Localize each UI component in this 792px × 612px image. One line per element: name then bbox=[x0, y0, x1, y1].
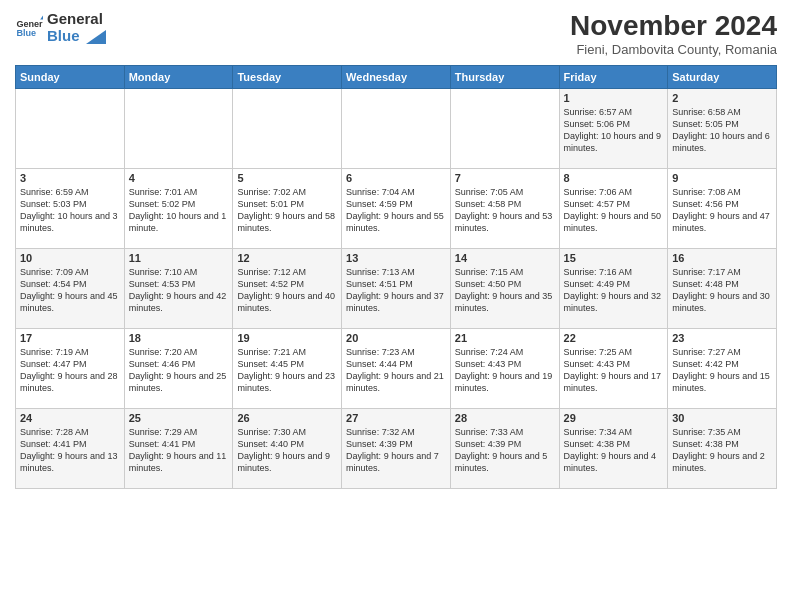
calendar-cell: 11Sunrise: 7:10 AM Sunset: 4:53 PM Dayli… bbox=[124, 249, 233, 329]
calendar-cell: 2Sunrise: 6:58 AM Sunset: 5:05 PM Daylig… bbox=[668, 89, 777, 169]
day-number: 22 bbox=[564, 332, 664, 344]
day-info: Sunrise: 7:19 AM Sunset: 4:47 PM Dayligh… bbox=[20, 346, 120, 395]
day-number: 15 bbox=[564, 252, 664, 264]
day-info: Sunrise: 7:01 AM Sunset: 5:02 PM Dayligh… bbox=[129, 186, 229, 235]
logo-general-text: General bbox=[47, 10, 103, 27]
day-number: 1 bbox=[564, 92, 664, 104]
day-info: Sunrise: 7:35 AM Sunset: 4:38 PM Dayligh… bbox=[672, 426, 772, 475]
calendar-cell: 8Sunrise: 7:06 AM Sunset: 4:57 PM Daylig… bbox=[559, 169, 668, 249]
day-number: 11 bbox=[129, 252, 229, 264]
day-info: Sunrise: 7:13 AM Sunset: 4:51 PM Dayligh… bbox=[346, 266, 446, 315]
calendar-cell: 1Sunrise: 6:57 AM Sunset: 5:06 PM Daylig… bbox=[559, 89, 668, 169]
day-info: Sunrise: 7:25 AM Sunset: 4:43 PM Dayligh… bbox=[564, 346, 664, 395]
day-info: Sunrise: 7:32 AM Sunset: 4:39 PM Dayligh… bbox=[346, 426, 446, 475]
day-info: Sunrise: 7:12 AM Sunset: 4:52 PM Dayligh… bbox=[237, 266, 337, 315]
calendar-cell: 20Sunrise: 7:23 AM Sunset: 4:44 PM Dayli… bbox=[342, 329, 451, 409]
day-info: Sunrise: 7:08 AM Sunset: 4:56 PM Dayligh… bbox=[672, 186, 772, 235]
day-info: Sunrise: 7:15 AM Sunset: 4:50 PM Dayligh… bbox=[455, 266, 555, 315]
day-number: 17 bbox=[20, 332, 120, 344]
logo-blue-text: Blue bbox=[47, 27, 80, 44]
calendar-header-row: Sunday Monday Tuesday Wednesday Thursday… bbox=[16, 66, 777, 89]
calendar-cell: 12Sunrise: 7:12 AM Sunset: 4:52 PM Dayli… bbox=[233, 249, 342, 329]
calendar-cell: 29Sunrise: 7:34 AM Sunset: 4:38 PM Dayli… bbox=[559, 409, 668, 489]
header-friday: Friday bbox=[559, 66, 668, 89]
day-number: 20 bbox=[346, 332, 446, 344]
day-number: 12 bbox=[237, 252, 337, 264]
calendar-week-2: 3Sunrise: 6:59 AM Sunset: 5:03 PM Daylig… bbox=[16, 169, 777, 249]
calendar-cell: 30Sunrise: 7:35 AM Sunset: 4:38 PM Dayli… bbox=[668, 409, 777, 489]
calendar-cell: 28Sunrise: 7:33 AM Sunset: 4:39 PM Dayli… bbox=[450, 409, 559, 489]
day-number: 21 bbox=[455, 332, 555, 344]
calendar-cell: 25Sunrise: 7:29 AM Sunset: 4:41 PM Dayli… bbox=[124, 409, 233, 489]
calendar-week-5: 24Sunrise: 7:28 AM Sunset: 4:41 PM Dayli… bbox=[16, 409, 777, 489]
day-info: Sunrise: 7:02 AM Sunset: 5:01 PM Dayligh… bbox=[237, 186, 337, 235]
day-number: 4 bbox=[129, 172, 229, 184]
day-number: 29 bbox=[564, 412, 664, 424]
day-number: 18 bbox=[129, 332, 229, 344]
day-info: Sunrise: 6:59 AM Sunset: 5:03 PM Dayligh… bbox=[20, 186, 120, 235]
day-info: Sunrise: 7:20 AM Sunset: 4:46 PM Dayligh… bbox=[129, 346, 229, 395]
day-info: Sunrise: 6:57 AM Sunset: 5:06 PM Dayligh… bbox=[564, 106, 664, 155]
calendar-cell bbox=[16, 89, 125, 169]
calendar-cell: 23Sunrise: 7:27 AM Sunset: 4:42 PM Dayli… bbox=[668, 329, 777, 409]
calendar-table: Sunday Monday Tuesday Wednesday Thursday… bbox=[15, 65, 777, 489]
calendar-cell: 14Sunrise: 7:15 AM Sunset: 4:50 PM Dayli… bbox=[450, 249, 559, 329]
day-number: 7 bbox=[455, 172, 555, 184]
calendar-cell: 26Sunrise: 7:30 AM Sunset: 4:40 PM Dayli… bbox=[233, 409, 342, 489]
day-info: Sunrise: 7:29 AM Sunset: 4:41 PM Dayligh… bbox=[129, 426, 229, 475]
calendar-cell: 10Sunrise: 7:09 AM Sunset: 4:54 PM Dayli… bbox=[16, 249, 125, 329]
day-number: 28 bbox=[455, 412, 555, 424]
calendar-cell: 19Sunrise: 7:21 AM Sunset: 4:45 PM Dayli… bbox=[233, 329, 342, 409]
day-info: Sunrise: 7:27 AM Sunset: 4:42 PM Dayligh… bbox=[672, 346, 772, 395]
day-number: 6 bbox=[346, 172, 446, 184]
day-info: Sunrise: 7:05 AM Sunset: 4:58 PM Dayligh… bbox=[455, 186, 555, 235]
calendar-cell bbox=[450, 89, 559, 169]
svg-marker-3 bbox=[86, 30, 106, 44]
day-number: 5 bbox=[237, 172, 337, 184]
day-number: 19 bbox=[237, 332, 337, 344]
day-number: 8 bbox=[564, 172, 664, 184]
svg-text:General: General bbox=[16, 18, 43, 28]
page-header: General Blue General Blue November 2024 … bbox=[15, 10, 777, 57]
calendar-cell: 17Sunrise: 7:19 AM Sunset: 4:47 PM Dayli… bbox=[16, 329, 125, 409]
day-info: Sunrise: 7:24 AM Sunset: 4:43 PM Dayligh… bbox=[455, 346, 555, 395]
day-info: Sunrise: 7:04 AM Sunset: 4:59 PM Dayligh… bbox=[346, 186, 446, 235]
day-info: Sunrise: 7:23 AM Sunset: 4:44 PM Dayligh… bbox=[346, 346, 446, 395]
day-info: Sunrise: 6:58 AM Sunset: 5:05 PM Dayligh… bbox=[672, 106, 772, 155]
day-number: 2 bbox=[672, 92, 772, 104]
calendar-cell: 7Sunrise: 7:05 AM Sunset: 4:58 PM Daylig… bbox=[450, 169, 559, 249]
calendar-week-4: 17Sunrise: 7:19 AM Sunset: 4:47 PM Dayli… bbox=[16, 329, 777, 409]
logo-icon: General Blue bbox=[15, 14, 43, 42]
day-number: 14 bbox=[455, 252, 555, 264]
calendar-cell bbox=[124, 89, 233, 169]
page-subtitle: Fieni, Dambovita County, Romania bbox=[570, 42, 777, 57]
title-area: November 2024 Fieni, Dambovita County, R… bbox=[570, 10, 777, 57]
calendar-cell: 4Sunrise: 7:01 AM Sunset: 5:02 PM Daylig… bbox=[124, 169, 233, 249]
calendar-cell: 15Sunrise: 7:16 AM Sunset: 4:49 PM Dayli… bbox=[559, 249, 668, 329]
day-info: Sunrise: 7:33 AM Sunset: 4:39 PM Dayligh… bbox=[455, 426, 555, 475]
calendar-cell: 22Sunrise: 7:25 AM Sunset: 4:43 PM Dayli… bbox=[559, 329, 668, 409]
page-title: November 2024 bbox=[570, 10, 777, 42]
day-info: Sunrise: 7:34 AM Sunset: 4:38 PM Dayligh… bbox=[564, 426, 664, 475]
day-info: Sunrise: 7:30 AM Sunset: 4:40 PM Dayligh… bbox=[237, 426, 337, 475]
calendar-cell: 5Sunrise: 7:02 AM Sunset: 5:01 PM Daylig… bbox=[233, 169, 342, 249]
day-number: 24 bbox=[20, 412, 120, 424]
day-number: 13 bbox=[346, 252, 446, 264]
header-wednesday: Wednesday bbox=[342, 66, 451, 89]
day-info: Sunrise: 7:16 AM Sunset: 4:49 PM Dayligh… bbox=[564, 266, 664, 315]
day-number: 9 bbox=[672, 172, 772, 184]
calendar-cell: 6Sunrise: 7:04 AM Sunset: 4:59 PM Daylig… bbox=[342, 169, 451, 249]
header-sunday: Sunday bbox=[16, 66, 125, 89]
svg-text:Blue: Blue bbox=[16, 28, 36, 38]
calendar-cell bbox=[233, 89, 342, 169]
day-number: 30 bbox=[672, 412, 772, 424]
header-thursday: Thursday bbox=[450, 66, 559, 89]
day-number: 3 bbox=[20, 172, 120, 184]
day-info: Sunrise: 7:09 AM Sunset: 4:54 PM Dayligh… bbox=[20, 266, 120, 315]
header-tuesday: Tuesday bbox=[233, 66, 342, 89]
day-number: 26 bbox=[237, 412, 337, 424]
calendar-week-1: 1Sunrise: 6:57 AM Sunset: 5:06 PM Daylig… bbox=[16, 89, 777, 169]
calendar-cell: 24Sunrise: 7:28 AM Sunset: 4:41 PM Dayli… bbox=[16, 409, 125, 489]
header-monday: Monday bbox=[124, 66, 233, 89]
day-info: Sunrise: 7:10 AM Sunset: 4:53 PM Dayligh… bbox=[129, 266, 229, 315]
